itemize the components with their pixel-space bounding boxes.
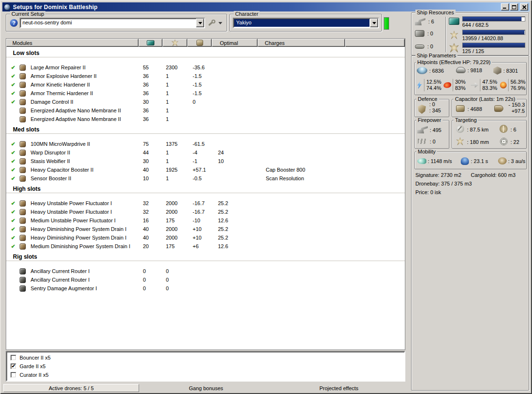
module-row[interactable]: Armor Explosive Hardener II361-1.5 [6,72,405,80]
maximize-icon [512,5,516,9]
column-header-charges[interactable]: Charges [258,39,345,47]
module-optimal-value: 24 [212,150,258,155]
module-icon [20,209,26,215]
kinetic-resist-shield: 47.5% [482,79,497,85]
module-capacitor-value: +10 [187,226,212,232]
minimize-button[interactable] [501,3,509,11]
drone-row[interactable]: Garde II x5 [7,362,404,371]
module-cpu-value: 40 [139,226,163,232]
module-name-cell: Sensor Booster II [6,175,139,182]
drone-row[interactable]: Bouncer II x5 [7,353,404,362]
module-icon [20,243,26,250]
help-icon[interactable] [10,19,18,27]
module-row[interactable]: Warp Disruptor II441-424 [6,148,405,157]
module-name: Sensor Booster II [31,175,71,181]
cpu-bar [462,16,525,22]
module-icon [20,158,26,164]
module-optimal-value: 25.2 [212,200,258,206]
close-button[interactable] [520,3,528,11]
module-row[interactable]: 100MN MicroWarpdrive II751375-61.5 [6,140,405,148]
powergrid-icon [172,39,179,46]
module-optimal-value: 25.2 [212,226,258,232]
module-active-check-icon [6,159,20,164]
module-name: Stasis Webifier II [31,158,70,164]
current-setup-label: Current Setup [10,11,45,17]
statusbar-active-drones[interactable]: Active drones: 5 / 5 [3,384,139,392]
module-name-cell: Large Armor Repairer II [6,65,139,71]
module-row[interactable]: Armor Thermic Hardener II361-1.5 [6,89,405,98]
launcher-hardpoints: : 0 [415,30,433,37]
armor-hp-value: : 9818 [467,67,482,73]
powergrid-bar-fill [463,30,524,34]
drone-checkbox[interactable] [11,363,16,369]
setup-dropdown-arrow[interactable] [196,19,204,27]
statusbar-gang-bonuses[interactable]: Gang bonuses [140,383,272,393]
module-name-cell: Stasis Webifier II [6,158,139,164]
module-row[interactable]: Energized Adaptive Nano Membrane II361 [6,106,405,115]
module-active-check-icon [6,150,20,155]
module-active-check-icon [6,99,20,105]
module-row[interactable]: Ancillary Current Router I00 [6,267,405,275]
module-row[interactable]: Heavy Unstable Power Fluctuator I322000-… [6,199,405,208]
targeting-range-value: : 87.5 km [467,127,489,132]
module-active-check-icon [6,142,20,147]
firepower-label: Firepower [416,117,443,123]
module-row[interactable]: Heavy Diminishing Power System Drain I40… [6,225,405,233]
statusbar-projected-effects[interactable]: Projected effects [272,383,406,393]
module-row[interactable]: Sentry Damage Augmentor I00 [6,284,405,293]
module-powergrid-value: 1 [163,158,187,164]
em-resist-shield: 12.5% [426,79,441,85]
drone-checkbox[interactable] [11,372,16,378]
capacitor-usage-value: - 150.3 [509,102,525,108]
module-cpu-value: 36 [139,73,163,79]
drone-row[interactable]: Curator II x5 [7,371,404,379]
module-name-cell: Damage Control II [6,99,139,105]
hitpoints-label: Hitpoints (Effective HP: 79,229) [416,59,492,65]
module-name-cell: Heavy Unstable Power Fluctuator I [6,200,139,207]
module-row[interactable]: Large Armor Repairer II552300-35.6 [6,63,405,72]
setup-combobox[interactable]: neut-nos-sentry domi [20,18,205,28]
module-row[interactable]: Medium Unstable Power Fluctuator I16175-… [6,216,405,225]
module-row[interactable]: Heavy Unstable Power Fluctuator I322000-… [6,208,405,216]
column-header-powergrid[interactable] [163,39,187,47]
maximize-button[interactable] [510,3,518,11]
module-name: Heavy Unstable Power Fluctuator I [31,200,112,206]
module-capacitor-value: -1 [187,158,212,164]
module-row[interactable]: Sensor Booster II101-0.5Scan Resolution [6,174,405,183]
setup-tools-button[interactable] [206,18,225,28]
module-row[interactable]: Armor Kinetic Hardener II361-1.5 [6,80,405,89]
capacitor-group: Capacitor (Lasts: 1m 22s) : 4688 - 150.3… [452,99,527,117]
ship-resources-label: Ship Resources [415,10,456,15]
module-row[interactable]: Heavy Capacitor Booster II401925+57.1Cap… [6,165,405,174]
rig-slots: : 0 [415,44,433,49]
module-cpu-value: 32 [139,200,163,206]
module-table-body: Low slotsLarge Armor Repairer II552300-3… [6,47,405,350]
missile-dps-value: : 0 [430,139,435,144]
column-header-capacitor[interactable] [187,39,212,47]
module-row[interactable]: Stasis Webifier II301-110 [6,157,405,165]
max-targets-icon [499,125,508,133]
module-row[interactable]: Medium Diminishing Power System Drain I2… [6,242,405,251]
column-header-optimal[interactable]: Optimal [212,39,258,47]
module-row[interactable]: Energized Adaptive Nano Membrane II361 [6,115,405,123]
module-row[interactable]: Ancillary Current Router I00 [6,275,405,284]
drone-checkbox[interactable] [11,355,16,361]
signature-value: Signature: 2730 m2 [415,172,461,178]
rig-slots-icon [415,44,424,49]
module-cpu-value: 0 [139,285,163,291]
wrench-icon [208,19,216,27]
column-header-cpu[interactable] [139,39,163,47]
module-powergrid-value: 1 [163,99,187,105]
character-combobox-value: Yakiyo [234,19,369,27]
turret-dps-value: : 495 [430,127,441,133]
module-powergrid-value: 175 [163,243,187,249]
module-powergrid-value: 0 [163,277,187,283]
character-combobox[interactable]: Yakiyo [233,18,379,28]
module-icon [20,218,26,224]
module-row[interactable]: Heavy Diminishing Power System Drain I40… [6,233,405,242]
drone-label: Bouncer II x5 [20,355,51,361]
module-row[interactable]: Damage Control II3010 [6,98,405,106]
character-dropdown-arrow[interactable] [370,19,378,27]
rig-slots-value: : 0 [427,44,433,49]
column-header-modules[interactable]: Modules [6,39,139,47]
